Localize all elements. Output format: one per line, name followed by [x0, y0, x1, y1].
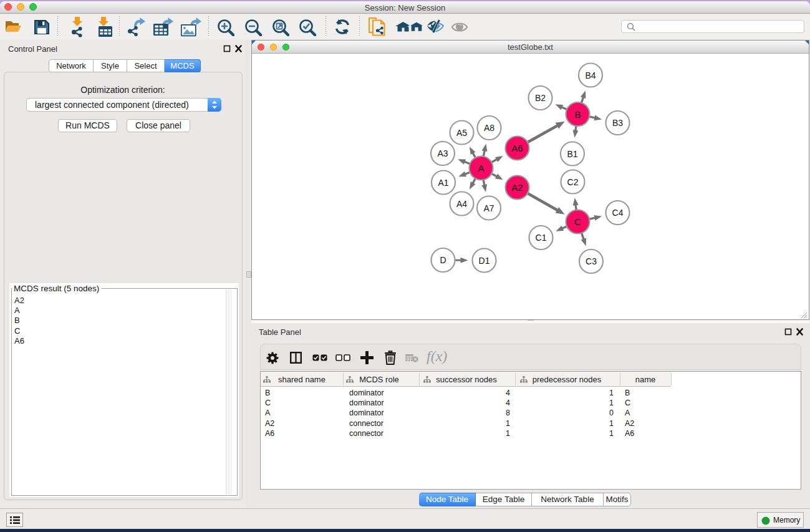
svg-text:C4: C4	[612, 208, 624, 218]
svg-text:A6: A6	[511, 143, 523, 153]
svg-text:C2: C2	[567, 177, 579, 187]
svg-text:B2: B2	[535, 93, 546, 103]
svg-text:C3: C3	[586, 256, 597, 266]
svg-text:A7: A7	[483, 203, 494, 213]
svg-text:A: A	[478, 163, 484, 173]
svg-text:B4: B4	[585, 70, 595, 80]
svg-text:A8: A8	[484, 123, 494, 133]
svg-text:B1: B1	[567, 149, 577, 159]
svg-text:A4: A4	[456, 199, 467, 209]
svg-text:C: C	[574, 216, 581, 227]
svg-text:D1: D1	[479, 256, 490, 266]
svg-text:A3: A3	[437, 148, 448, 158]
svg-text:A1: A1	[438, 178, 448, 188]
svg-text:B3: B3	[612, 118, 623, 128]
svg-text:A2: A2	[511, 182, 523, 193]
svg-text:B: B	[574, 109, 581, 120]
svg-text:C1: C1	[536, 233, 547, 243]
svg-text:D: D	[440, 255, 446, 265]
svg-text:A5: A5	[456, 128, 467, 138]
